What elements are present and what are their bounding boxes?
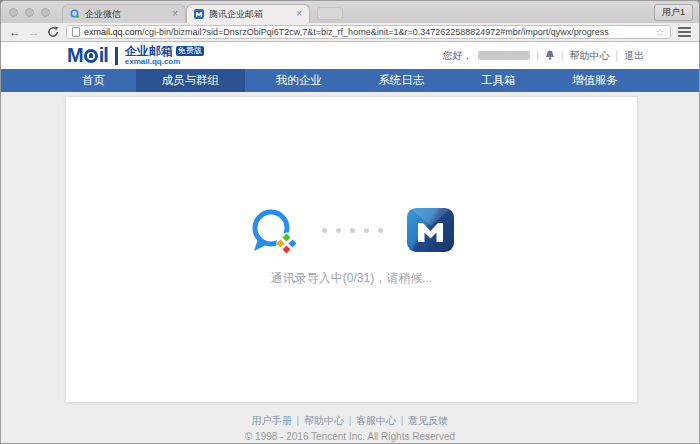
browser-menu-icon[interactable]: [678, 27, 691, 37]
reload-icon[interactable]: [47, 26, 59, 38]
zoom-window-button[interactable]: [41, 8, 50, 17]
tab-label: 企业微信: [85, 8, 167, 21]
new-tab-button[interactable]: [317, 7, 343, 20]
tab-close-icon[interactable]: ×: [172, 9, 178, 19]
browser-toolbar: ← → exmail.qq.com/cgi-bin/bizmail?sid=Dn…: [1, 23, 699, 42]
tab-exmail[interactable]: 腾讯企业邮箱 ×: [186, 4, 310, 23]
close-window-button[interactable]: [9, 8, 18, 17]
nav-item-members-groups[interactable]: 成员与群组: [136, 69, 246, 92]
product-block: 企业邮箱 免费版 exmail.qq.com: [125, 45, 204, 66]
dot: [378, 228, 383, 233]
nav-item-toolbox[interactable]: 工具箱: [455, 69, 542, 92]
product-name: 企业邮箱: [125, 45, 173, 57]
url-path: /cgi-bin/bizmail?sid=DnsrzObiPqi6T2cw,7&…: [142, 27, 609, 37]
nav-item-system-log[interactable]: 系统日志: [352, 69, 450, 92]
browser-window: 企业微信 × 腾讯企业邮箱 × 用户1 ← → exmail.qq.com/cg…: [0, 0, 700, 444]
help-center-link[interactable]: 帮助中心: [569, 49, 609, 63]
separator: |: [297, 415, 300, 426]
footer-link-feedback[interactable]: 意见反馈: [408, 415, 448, 426]
page-content: 通讯录导入中(0/31)，请稍候... 用户手册 | 帮助中心 | 客服中心 |…: [1, 92, 699, 444]
url-text: exmail.qq.com/cgi-bin/bizmail?sid=DnsrzO…: [84, 27, 651, 37]
import-status-text: 通讯录导入中(0/31)，请稍候...: [66, 270, 637, 287]
wechat-work-logo: [250, 206, 298, 254]
window-controls: [9, 1, 50, 23]
header-user-area: 您好， | | 帮助中心 | 退出: [442, 49, 644, 63]
product-domain: exmail.qq.com: [125, 58, 204, 66]
nav-item-value-added[interactable]: 增值服务: [546, 69, 644, 92]
url-domain: exmail.qq.com: [84, 27, 142, 37]
bookmark-star-icon[interactable]: ☆: [655, 27, 665, 38]
exmail-logo-icon: [407, 208, 454, 252]
tab-strip: 企业微信 × 腾讯企业邮箱 × 用户1: [1, 1, 699, 23]
tab-wechat-work[interactable]: 企业微信 ×: [62, 4, 186, 23]
address-bar[interactable]: exmail.qq.com/cgi-bin/bizmail?sid=DnsrzO…: [66, 25, 671, 39]
logo-bell-icon: [84, 49, 98, 63]
tab-close-icon[interactable]: ×: [296, 9, 302, 19]
page-icon: [72, 27, 80, 37]
exmail-favicon: [194, 9, 204, 19]
exmail-header: M il 企业邮箱 免费版 exmail.qq.com 您好， |: [1, 42, 699, 69]
browser-profile-button[interactable]: 用户1: [654, 4, 693, 21]
user-name-redacted: [478, 51, 530, 60]
import-visual: [66, 206, 637, 254]
dot: [350, 228, 355, 233]
greeting-text: 您好，: [442, 49, 472, 63]
footer-link-user-manual[interactable]: 用户手册: [252, 415, 292, 426]
separator: |: [349, 415, 352, 426]
forward-icon[interactable]: →: [28, 26, 40, 38]
notification-bell-icon[interactable]: [545, 50, 555, 61]
separator: |: [401, 415, 404, 426]
tab-label: 腾讯企业邮箱: [209, 8, 291, 21]
dot: [336, 228, 341, 233]
logo-text-il: il: [99, 44, 108, 67]
logo-wordmark: M il: [67, 44, 108, 67]
logo-text-m: M: [67, 44, 83, 67]
main-nav: 首页 成员与群组 我的企业 系统日志 工具箱 增值服务: [1, 69, 699, 92]
logo-divider: [115, 47, 118, 65]
separator: |: [536, 50, 539, 61]
nav-item-my-company[interactable]: 我的企业: [250, 69, 348, 92]
copyright-text: © 1998 - 2016 Tencent Inc. All Rights Re…: [1, 431, 699, 442]
separator: |: [615, 50, 618, 61]
progress-dots: [322, 228, 383, 233]
footer-link-service-center[interactable]: 客服中心: [356, 415, 396, 426]
nav-item-home[interactable]: 首页: [56, 69, 131, 92]
edition-badge: 免费版: [176, 46, 204, 56]
footer-link-help-center[interactable]: 帮助中心: [304, 415, 344, 426]
back-icon[interactable]: ←: [9, 26, 21, 38]
dot: [322, 228, 327, 233]
exmail-logo[interactable]: M il 企业邮箱 免费版 exmail.qq.com: [67, 44, 204, 67]
dot: [364, 228, 369, 233]
wechat-work-favicon: [70, 9, 80, 19]
page-footer: 用户手册 | 帮助中心 | 客服中心 | 意见反馈 © 1998 - 2016 …: [1, 414, 699, 442]
import-progress-card: 通讯录导入中(0/31)，请稍候...: [65, 96, 638, 403]
separator: |: [561, 50, 564, 61]
logout-link[interactable]: 退出: [624, 49, 644, 63]
footer-links: 用户手册 | 帮助中心 | 客服中心 | 意见反馈: [1, 414, 699, 428]
minimize-window-button[interactable]: [25, 8, 34, 17]
